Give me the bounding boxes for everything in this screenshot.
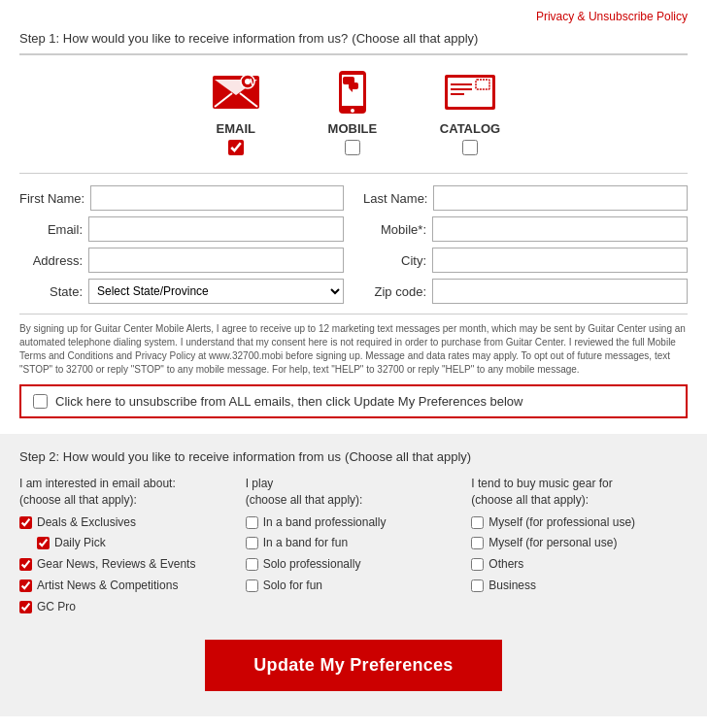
solo-pro-checkbox[interactable] — [246, 558, 258, 571]
state-select[interactable]: Select State/Province Alabama Alaska Ari… — [88, 279, 344, 304]
svg-point-5 — [245, 79, 251, 84]
catalog-label: CATALOG — [440, 121, 500, 136]
others-checkbox[interactable] — [471, 558, 484, 571]
solo-pro-item: Solo professionally — [246, 556, 462, 573]
band-pro-checkbox[interactable] — [246, 516, 258, 529]
form-fields: First Name: Email: Address: State: Selec… — [19, 173, 688, 304]
unsubscribe-checkbox[interactable] — [33, 394, 48, 409]
gear-news-checkbox[interactable] — [19, 558, 32, 571]
email-label: EMAIL — [217, 121, 255, 136]
zip-input[interactable] — [432, 279, 688, 304]
band-pro-label: In a band professionally — [263, 514, 387, 531]
step1-heading: Step 1: How would you like to receive in… — [19, 29, 688, 55]
svg-rect-12 — [349, 83, 358, 89]
col1-heading: I am interested in email about: (choose … — [19, 476, 236, 509]
myself-personal-label: Myself (for personal use) — [488, 535, 617, 551]
myself-pro-item: Myself (for professional use) — [471, 514, 688, 531]
myself-pro-checkbox[interactable] — [471, 516, 484, 529]
myself-personal-item: Myself (for personal use) — [471, 535, 688, 551]
interests-grid: I am interested in email about: (choose … — [19, 476, 688, 620]
zip-label: Zip code: — [363, 284, 426, 299]
daily-pick-label: Daily Pick — [54, 535, 106, 551]
others-item: Others — [471, 556, 688, 573]
artist-news-item: Artist News & Competitions — [19, 578, 236, 594]
city-row: City: — [363, 248, 688, 273]
svg-point-9 — [351, 109, 354, 113]
zip-row: Zip code: — [363, 279, 688, 304]
first-name-input[interactable] — [90, 185, 344, 211]
gc-pro-checkbox[interactable] — [19, 601, 32, 613]
email-checkbox[interactable] — [228, 140, 244, 155]
state-label: State: — [19, 284, 83, 299]
band-fun-checkbox[interactable] — [246, 537, 258, 549]
deals-label: Deals & Exclusives — [37, 514, 136, 531]
gear-news-item: Gear News, Reviews & Events — [19, 556, 236, 573]
col-buy-gear: I tend to buy music gear for (choose all… — [471, 476, 688, 620]
myself-pro-label: Myself (for professional use) — [488, 514, 635, 531]
gc-pro-label: GC Pro — [37, 599, 76, 615]
step2-subheading: (Choose all that apply) — [345, 449, 471, 464]
mobile-input[interactable] — [432, 216, 688, 242]
mobile-row: Mobile*: — [363, 216, 688, 242]
business-checkbox[interactable] — [471, 579, 484, 592]
step2-section: Step 2: How would you like to receive in… — [0, 434, 707, 716]
unsubscribe-box: Click here to unsubscribe from ALL email… — [19, 384, 688, 418]
step1-title: Step 1: How would you like to receive in… — [19, 31, 348, 46]
mobile-label-field: Mobile*: — [363, 222, 426, 237]
step2-title: Step 2: How would you like to receive in… — [19, 449, 341, 464]
email-icon — [207, 69, 265, 117]
artist-news-label: Artist News & Competitions — [37, 578, 178, 594]
unsubscribe-label: Click here to unsubscribe from ALL email… — [55, 394, 522, 409]
channel-mobile: MOBILE — [323, 69, 382, 155]
svg-rect-15 — [448, 78, 492, 107]
fields-grid: First Name: Email: Address: State: Selec… — [19, 185, 688, 304]
solo-fun-item: Solo for fun — [246, 578, 462, 594]
mobile-label: MOBILE — [328, 121, 378, 136]
channels-row: EMAIL MOBILE — [19, 69, 688, 155]
solo-fun-label: Solo for fun — [263, 578, 322, 594]
privacy-policy-link[interactable]: Privacy & Unsubscribe Policy — [19, 10, 688, 23]
artist-news-checkbox[interactable] — [19, 579, 32, 592]
address-label: Address: — [19, 253, 83, 268]
daily-pick-checkbox[interactable] — [37, 537, 50, 549]
gear-news-label: Gear News, Reviews & Events — [37, 556, 195, 573]
privacy-link-text[interactable]: Privacy & Unsubscribe Policy — [536, 10, 688, 23]
state-row: State: Select State/Province Alabama Ala… — [19, 279, 344, 304]
city-input[interactable] — [432, 248, 688, 273]
update-preferences-button[interactable]: Update My Preferences — [205, 640, 501, 691]
catalog-checkbox[interactable] — [462, 140, 478, 155]
col2-heading: I play (choose all that apply): — [246, 476, 462, 509]
mobile-checkbox[interactable] — [345, 140, 360, 155]
deals-item: Deals & Exclusives — [19, 514, 236, 531]
step1-subheading: (Choose all that apply) — [352, 31, 478, 46]
catalog-icon — [441, 69, 499, 117]
right-fields: Last Name: Mobile*: City: Zip code: — [363, 185, 688, 304]
mobile-icon — [323, 69, 382, 117]
address-input[interactable] — [88, 248, 344, 273]
daily-pick-item: Daily Pick — [37, 535, 236, 551]
myself-personal-checkbox[interactable] — [471, 537, 484, 549]
update-button-wrap: Update My Preferences — [19, 640, 688, 701]
business-label: Business — [488, 578, 536, 594]
band-fun-item: In a band for fun — [246, 535, 462, 551]
email-row: Email: — [19, 216, 344, 242]
last-name-label: Last Name: — [363, 191, 427, 206]
channel-email: EMAIL — [207, 69, 265, 155]
gc-pro-item: GC Pro — [19, 599, 236, 615]
business-item: Business — [471, 578, 688, 594]
band-fun-label: In a band for fun — [263, 535, 348, 551]
address-row: Address: — [19, 248, 344, 273]
step2-heading: Step 2: How would you like to receive in… — [19, 447, 688, 464]
first-name-row: First Name: — [19, 185, 344, 211]
deals-checkbox[interactable] — [19, 516, 32, 529]
city-label: City: — [363, 253, 426, 268]
solo-pro-label: Solo professionally — [263, 556, 361, 573]
last-name-input[interactable] — [433, 185, 688, 211]
last-name-row: Last Name: — [363, 185, 688, 211]
email-label-field: Email: — [19, 222, 83, 237]
email-input[interactable] — [88, 216, 344, 242]
col3-heading: I tend to buy music gear for (choose all… — [471, 476, 688, 509]
disclaimer-text: By signing up for Guitar Center Mobile A… — [19, 314, 688, 377]
solo-fun-checkbox[interactable] — [246, 579, 258, 592]
first-name-label: First Name: — [19, 191, 84, 206]
